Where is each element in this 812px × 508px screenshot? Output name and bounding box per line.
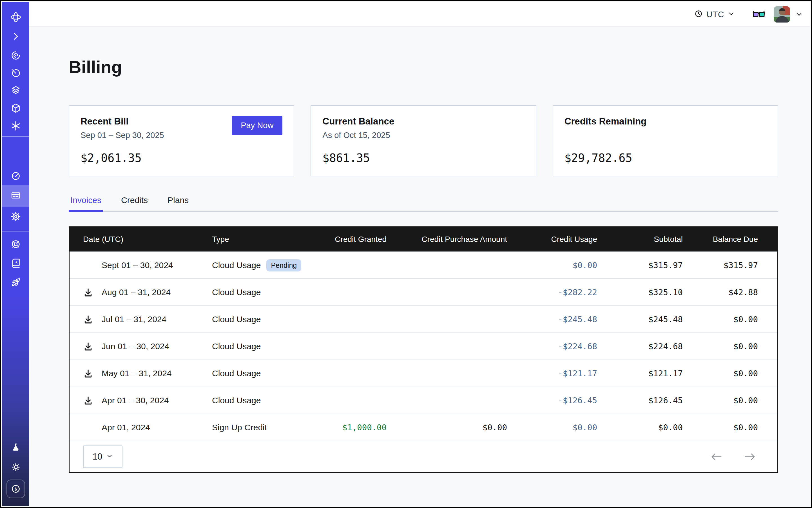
table-row: Jun 01 – 30, 2024 Cloud Usage -$224.68 $…: [70, 333, 777, 359]
account-menu-chevron[interactable]: [795, 10, 803, 18]
invoice-date: Apr 01 – 30, 2024: [102, 396, 169, 405]
table-row: Apr 01 – 30, 2024 Cloud Usage -$126.45 $…: [70, 387, 777, 414]
subtotal: $315.97: [603, 260, 688, 270]
tab-credits[interactable]: Credits: [119, 196, 149, 212]
sidebar-item-credits-reward[interactable]: $: [2, 478, 29, 500]
balance-due: $315.97: [688, 260, 779, 270]
invoice-type: Cloud Usage: [212, 369, 261, 378]
col-header-subtotal: Subtotal: [603, 235, 688, 244]
gauge-icon: [10, 171, 21, 182]
invoice-date: Sept 01 – 30, 2024: [102, 260, 173, 270]
recent-bill-card: Recent Bill Sep 01 – Sep 30, 2025 $2,061…: [69, 105, 294, 176]
sidebar-item-theme-toggle[interactable]: [2, 458, 29, 477]
tab-plans[interactable]: Plans: [166, 196, 190, 212]
sidebar-item-labs[interactable]: [2, 439, 29, 457]
invoice-date: May 01 – 31, 2024: [102, 369, 172, 378]
card-amount: $2,061.35: [81, 152, 283, 164]
card-subtitle: As of Oct 15, 2025: [323, 131, 524, 140]
iris-icon: [10, 50, 21, 62]
col-header-credit-granted: Credit Granted: [319, 235, 392, 244]
sidebar-item-functions[interactable]: [2, 117, 29, 136]
sidebar-item-logo[interactable]: [2, 8, 29, 27]
sidebar-item-billing[interactable]: [2, 185, 29, 207]
col-header-type: Type: [212, 235, 319, 244]
current-balance-card: Current Balance As of Oct 15, 2025 $861.…: [310, 105, 536, 176]
balance-due: $0.00: [688, 423, 779, 432]
page-size-value: 10: [93, 452, 102, 462]
clock-icon: [694, 9, 703, 19]
credit-usage: -$245.48: [513, 314, 603, 324]
timer-icon: [10, 68, 21, 80]
invoice-type: Cloud Usage: [212, 342, 261, 351]
sidebar-item-objects[interactable]: [2, 99, 29, 118]
avatar[interactable]: [774, 6, 790, 23]
card-amount: $861.35: [323, 152, 524, 164]
table-row: Aug 01 – 31, 2024 Cloud Usage -$282.22 $…: [70, 279, 777, 305]
sidebar-item-history[interactable]: [2, 65, 29, 83]
sidebar-item-expand[interactable]: [2, 28, 29, 46]
sidebar-divider: [2, 231, 29, 231]
invoice-type: Cloud Usage: [212, 314, 261, 324]
dollar-badge-icon: $: [6, 479, 25, 498]
card-amount: $29,782.65: [564, 152, 766, 164]
invoice-date: Aug 01 – 31, 2024: [102, 288, 171, 297]
sidebar: $: [2, 2, 29, 506]
credit-usage: -$224.68: [513, 342, 603, 351]
glasses-3d-icon[interactable]: [752, 10, 765, 19]
invoices-table: Date (UTC) Type Credit Granted Credit Pu…: [69, 226, 778, 473]
status-badge: Pending: [266, 259, 301, 271]
sidebar-item-observe[interactable]: [2, 47, 29, 65]
subtotal: $245.48: [603, 314, 688, 324]
sidebar-item-usage[interactable]: [2, 167, 29, 186]
invoice-type: Cloud Usage: [212, 260, 261, 270]
card-title: Credits Remaining: [564, 116, 766, 127]
download-invoice-icon[interactable]: [83, 287, 93, 297]
sidebar-item-support[interactable]: [2, 236, 29, 254]
asterisk-icon: [10, 121, 21, 132]
rocket-icon: [10, 277, 21, 289]
sidebar-item-settings[interactable]: [2, 208, 29, 226]
page-title: Billing: [69, 57, 122, 77]
previous-page-arrow-icon[interactable]: [709, 452, 724, 462]
sidebar-item-get-started[interactable]: [2, 274, 29, 292]
download-invoice-icon[interactable]: [83, 341, 93, 351]
layers-icon: [10, 85, 21, 97]
invoice-date: Jun 01 – 30, 2024: [102, 342, 169, 351]
download-invoice-icon[interactable]: [83, 314, 93, 325]
credit-usage: $0.00: [513, 260, 603, 270]
book-sparkle-icon: [10, 258, 21, 270]
subtotal: $325.10: [603, 288, 688, 297]
next-page-arrow-icon[interactable]: [742, 452, 757, 462]
sidebar-item-layers[interactable]: [2, 82, 29, 100]
pay-now-button[interactable]: Pay Now: [232, 116, 283, 135]
table-header: Date (UTC) Type Credit Granted Credit Pu…: [70, 227, 777, 251]
timezone-label: UTC: [707, 9, 724, 19]
app-window: $ UTC: [0, 0, 812, 508]
flask-icon: [10, 442, 21, 454]
col-header-credit-purchase: Credit Purchase Amount: [392, 235, 513, 244]
tab-invoices[interactable]: Invoices: [69, 196, 103, 212]
download-invoice-icon[interactable]: [83, 368, 93, 378]
card-title: Current Balance: [323, 116, 524, 127]
main-content: Billing Recent Bill Sep 01 – Sep 30, 202…: [29, 28, 810, 506]
table-row: May 01 – 31, 2024 Cloud Usage -$121.17 $…: [70, 359, 777, 387]
download-invoice-icon[interactable]: [83, 395, 93, 406]
svg-text:$: $: [14, 486, 17, 492]
credit-usage: -$126.45: [513, 396, 603, 405]
col-header-credit-usage: Credit Usage: [513, 235, 603, 244]
subtotal: $126.45: [603, 396, 688, 405]
col-header-date: Date (UTC): [70, 235, 212, 244]
credit-usage: -$121.17: [513, 369, 603, 378]
page-size-select[interactable]: 10: [83, 446, 123, 468]
table-row: Jul 01 – 31, 2024 Cloud Usage -$245.48 $…: [70, 305, 777, 333]
sidebar-item-docs[interactable]: [2, 255, 29, 273]
billing-tabs: Invoices Credits Plans: [69, 196, 778, 212]
invoice-type: Sign Up Credit: [212, 423, 267, 432]
summary-cards: Recent Bill Sep 01 – Sep 30, 2025 $2,061…: [69, 105, 778, 176]
pagination: [709, 452, 757, 462]
timezone-selector[interactable]: UTC: [694, 9, 735, 19]
balance-due: $42.88: [688, 288, 779, 297]
credit-usage: $0.00: [513, 423, 603, 432]
sun-icon: [10, 462, 21, 474]
topbar: UTC: [29, 2, 810, 27]
